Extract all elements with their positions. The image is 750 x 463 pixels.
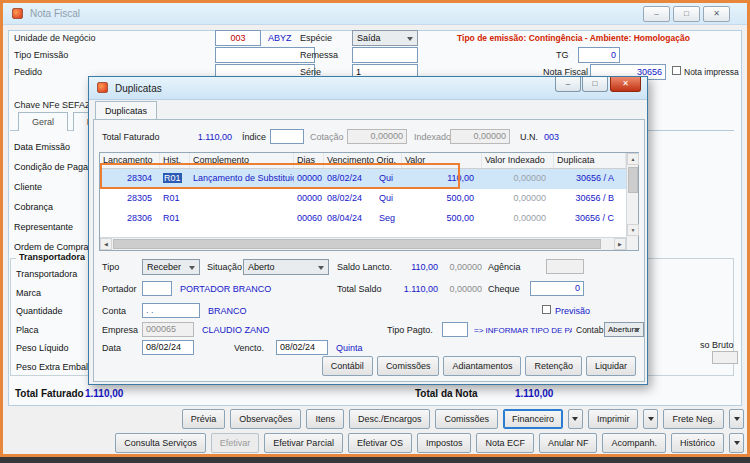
column-header[interactable]: Vencimento Orig. <box>324 153 402 168</box>
imprimir-button[interactable]: Imprimir <box>588 409 639 429</box>
reten-o-button[interactable]: Retenção <box>525 356 582 376</box>
data-label: Data <box>102 343 121 354</box>
table-row[interactable]: 28304R01Lançamento de Substituiçã0000008… <box>100 169 626 189</box>
consulta-servi-os-button[interactable]: Consulta Serviços <box>115 433 206 453</box>
table-cell: 0,00000 <box>482 169 554 189</box>
anular-nf-button[interactable]: Anular NF <box>539 433 598 453</box>
column-header[interactable]: Valor <box>402 153 482 168</box>
comiss-es-button[interactable]: Comissões <box>435 409 498 429</box>
dialog-tab-page: Total Faturado 1.110,00 Índice Cotação 0… <box>93 119 645 382</box>
transportadora-labels: TransportadoraMarcaQuantidadePlacaPeso L… <box>16 268 93 374</box>
portador-input[interactable] <box>142 281 172 296</box>
scroll-down-icon[interactable]: ▼ <box>627 224 639 236</box>
nota-ecf-button[interactable]: Nota ECF <box>476 433 534 453</box>
especie-select[interactable]: Saída <box>352 30 418 46</box>
tipo-emissao-label: Tipo Emissão <box>14 50 68 61</box>
dialog-close-icon[interactable]: ✕ <box>610 77 641 92</box>
window-title: Nota Fiscal <box>30 8 80 19</box>
comiss-es-button[interactable]: Comissões <box>377 356 440 376</box>
dialog-maximize-icon[interactable]: □ <box>582 77 608 92</box>
close-icon[interactable]: ✕ <box>703 6 730 22</box>
efetivar-os-button[interactable]: Efetivar OS <box>348 433 412 453</box>
desc-encargos-button[interactable]: Desc./Encargos <box>349 409 431 429</box>
table-cell: 30656 / B <box>554 189 626 209</box>
dialog-minimize-icon[interactable]: – <box>555 77 581 92</box>
duplicatas-table-main: LançamentoHist.ComplementoDiasVencimento… <box>100 153 626 250</box>
dialog-tab-duplicatas[interactable]: Duplicatas <box>95 101 157 120</box>
dialog-buttons: ContábilComissõesAdiantamentosRetençãoLi… <box>322 356 636 376</box>
tg-input[interactable]: 0 <box>578 47 620 63</box>
column-header[interactable]: Lançamento <box>100 153 160 168</box>
unidade-negocio-input[interactable]: 003 <box>215 30 261 46</box>
liquidar-button[interactable]: Liquidar <box>586 356 636 376</box>
scroll-left-icon[interactable]: ◀ <box>100 238 112 250</box>
table-cell: Lançamento de Substituiçã <box>190 169 294 189</box>
dialog-titlebar[interactable]: Duplicatas – □ ✕ <box>89 77 647 100</box>
financeiro-button[interactable]: Financeiro <box>503 409 563 429</box>
column-header[interactable]: Dias <box>294 153 324 168</box>
vscroll-thumb[interactable] <box>628 167 638 193</box>
table-cell: 28306 <box>100 209 160 229</box>
situacao-label: Situação <box>207 262 242 273</box>
sidebar-label: Condição de Paga <box>14 161 89 174</box>
data-input[interactable]: 08/02/24 <box>142 340 194 355</box>
column-header[interactable]: Hist. <box>160 153 190 168</box>
saldo-lancto-label: Saldo Lancto. <box>337 262 392 273</box>
hist-rico-button[interactable]: Histórico <box>671 433 724 453</box>
peso-bruto-input-partial[interactable] <box>712 351 738 364</box>
hist-cell-editor[interactable]: R01 <box>163 173 182 183</box>
frete-neg-button[interactable]: Frete Neg. <box>663 409 724 429</box>
vertical-scrollbar[interactable]: ▲ ▼ <box>626 153 638 250</box>
pr-via-button[interactable]: Prévia <box>182 409 226 429</box>
total-saldo-indexado: 0,00000 <box>442 284 482 295</box>
cheque-input[interactable]: 0 <box>530 281 584 296</box>
tab-geral[interactable]: Geral <box>18 112 68 131</box>
nota-impressa-checkbox[interactable] <box>672 66 681 75</box>
tipo-select[interactable]: Receber <box>142 259 200 275</box>
financeiro-dropdown-button[interactable] <box>568 409 583 429</box>
contab-label: Contab. <box>576 325 606 336</box>
adiantamentos-button[interactable]: Adiantamentos <box>443 356 521 376</box>
efetivar-button[interactable]: Efetivar <box>211 433 260 453</box>
column-header[interactable]: Valor Indexado <box>482 153 554 168</box>
column-header[interactable]: Duplicata <box>554 153 626 168</box>
cont-bil-button[interactable]: Contábil <box>322 356 373 376</box>
empresa-label: Empresa <box>102 325 138 336</box>
contab-select[interactable]: Abertura <box>604 322 644 337</box>
horizontal-scrollbar[interactable]: ◀ ▶ <box>100 237 626 250</box>
maximize-icon[interactable]: □ <box>673 6 700 22</box>
efetivar-parcial-button[interactable]: Efetivar Parcial <box>264 433 343 453</box>
hscroll-thumb[interactable] <box>113 239 601 249</box>
saldo-lancto-value: 110,00 <box>390 262 438 273</box>
chevron-down-icon <box>407 37 413 41</box>
indice-input[interactable] <box>270 129 304 144</box>
table-cell: Seg <box>376 209 402 229</box>
imprimir-dropdown-button[interactable] <box>643 409 658 429</box>
hist-rico-dropdown-button[interactable] <box>729 433 744 453</box>
itens-button[interactable]: Itens <box>306 409 344 429</box>
table-row[interactable]: 28305R010000008/02/24Qui500,000,00000306… <box>100 189 626 209</box>
impostos-button[interactable]: Impostos <box>417 433 472 453</box>
scroll-right-icon[interactable]: ▶ <box>614 238 626 250</box>
conta-input[interactable]: . . <box>142 303 200 318</box>
table-cell: 0,00000 <box>482 209 554 229</box>
transportadora-label: Transportadora <box>16 268 93 281</box>
situacao-select[interactable]: Aberto <box>243 259 329 275</box>
chevron-down-icon <box>189 266 195 270</box>
remessa-input[interactable] <box>352 47 418 63</box>
scroll-up-icon[interactable]: ▲ <box>627 153 639 165</box>
table-cell: 00000 <box>294 189 324 209</box>
minimize-icon[interactable]: – <box>643 6 670 22</box>
agencia-label: Agência <box>488 262 521 273</box>
column-header[interactable]: Complemento <box>190 153 294 168</box>
frete-neg-dropdown-button[interactable] <box>729 409 744 429</box>
main-titlebar[interactable]: Nota Fiscal <box>2 2 748 25</box>
dlg-total-faturado-label: Total Faturado <box>102 132 160 143</box>
sidebar-labels: Data EmissãoCondição de PagaClienteCobra… <box>14 141 89 254</box>
tipo-pagto-input[interactable] <box>442 322 468 337</box>
previsao-checkbox[interactable] <box>542 305 551 314</box>
vencto-input[interactable]: 08/02/24 <box>276 340 328 355</box>
acompanh-button[interactable]: Acompanh. <box>602 433 666 453</box>
table-row[interactable]: 28306R010006008/04/24Seg500,000,00000306… <box>100 209 626 229</box>
observa-es-button[interactable]: Observações <box>230 409 301 429</box>
